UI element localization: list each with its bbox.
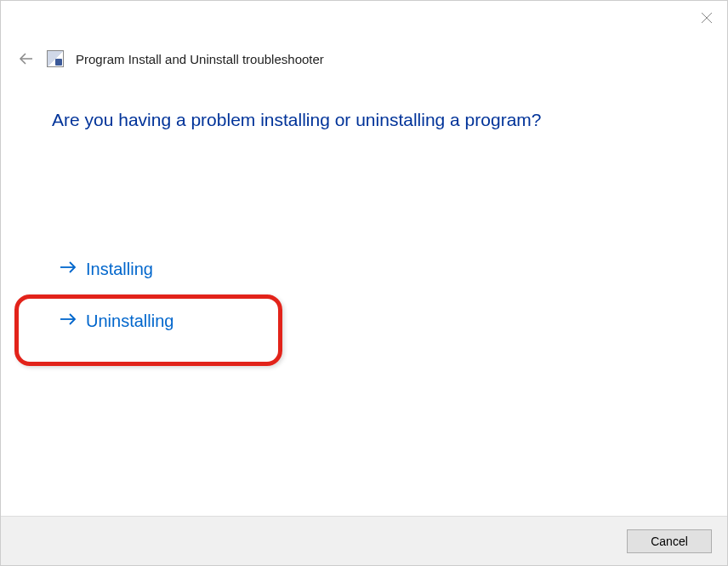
header: Program Install and Uninstall troublesho… [1, 35, 727, 76]
option-installing[interactable]: Installing [59, 258, 153, 281]
option-label: Uninstalling [86, 312, 173, 331]
page-heading: Are you having a problem installing or u… [52, 110, 676, 130]
content-area: Are you having a problem installing or u… [1, 76, 727, 333]
options-list: Installing Uninstalling [52, 258, 676, 333]
app-title: Program Install and Uninstall troublesho… [76, 52, 324, 66]
close-icon [701, 12, 713, 24]
arrow-right-icon [59, 258, 77, 281]
option-label: Installing [86, 260, 153, 279]
option-uninstalling[interactable]: Uninstalling [59, 310, 173, 333]
app-icon [47, 50, 64, 67]
titlebar [1, 1, 727, 35]
arrow-right-icon [59, 310, 77, 333]
close-button[interactable] [697, 8, 717, 28]
footer: Cancel [1, 516, 727, 565]
back-arrow-icon [18, 50, 35, 67]
back-button[interactable] [18, 50, 35, 67]
cancel-button[interactable]: Cancel [627, 529, 712, 553]
